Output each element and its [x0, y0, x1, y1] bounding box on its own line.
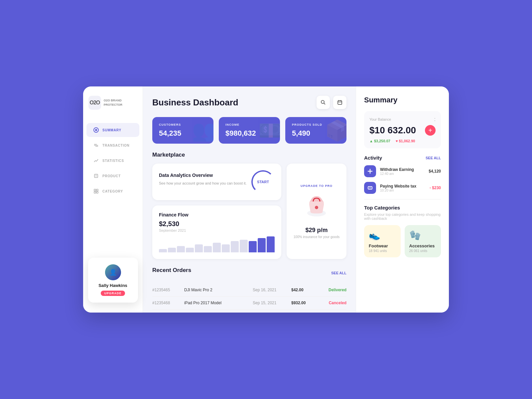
user-card: 👤 Sally Hawkins UPGRADE [88, 258, 138, 303]
logo-area: O2O O2O BRAND PROTECTOR [83, 96, 143, 110]
activity-icon-2 [364, 182, 376, 194]
marketplace-grid: Data Analytics Overview See how your acc… [152, 164, 346, 259]
footwear-units: 18 941 units [369, 249, 396, 253]
sidebar-item-category[interactable]: CATEGORY [86, 184, 139, 198]
bar-chart [159, 236, 275, 252]
accessories-icon: 🧤 [409, 230, 437, 241]
sidebar-item-summary[interactable]: SUMMARY [86, 123, 139, 137]
activity-time-2: 10:20 am [380, 189, 426, 192]
svg-rect-11 [96, 192, 98, 193]
activity-name-2: Paying Website tax [380, 184, 426, 189]
start-label: START [257, 180, 269, 184]
activity-header: Activity SEE ALL [364, 155, 441, 161]
finance-title: Finance Flow [159, 212, 275, 217]
activity-item-2: Paying Website tax 10:20 am - $230 [364, 182, 441, 194]
balance-amount: $10 632.00 + [369, 125, 436, 136]
user-avatar-img: 👤 [105, 264, 121, 280]
table-row: #1235465 DJI Mavic Pro 2 Sep 16, 2021 $4… [152, 284, 346, 297]
analytics-card: Data Analytics Overview See how your acc… [152, 164, 281, 200]
upgrade-badge[interactable]: UPGRADE [101, 291, 125, 296]
analytics-text: Data Analytics Overview See how your acc… [159, 173, 251, 192]
divider [364, 199, 441, 200]
transaction-icon [93, 142, 99, 148]
main-header: Business Dashboard [152, 96, 346, 109]
svg-point-1 [95, 129, 97, 131]
svg-rect-8 [94, 189, 96, 191]
accessories-name: Accessories [409, 243, 437, 248]
svg-rect-5 [94, 174, 98, 178]
sidebar-item-label-statistics: STATISTICS [102, 159, 124, 163]
search-button[interactable] [317, 96, 330, 109]
dashboard: O2O O2O BRAND PROTECTOR SUMMARY TRANSACT… [83, 86, 449, 313]
order-amount-1: $42.00 [291, 288, 315, 292]
sidebar-item-label-transaction: TRANSACTION [102, 144, 130, 147]
balance-change-up: ▲ $3,250.07 [369, 139, 390, 143]
table-row: #1235468 iPad Pro 2017 Model Sep 15, 202… [152, 297, 346, 310]
footwear-name: Footwear [369, 243, 396, 248]
orders-title: Recent Orders [152, 267, 191, 274]
analytics-title: Data Analytics Overview [159, 173, 251, 178]
category-card-footwear: 👟 Footwear 18 941 units [364, 225, 401, 257]
order-id-1: #1235465 [152, 288, 179, 292]
order-date-2: Sep 15, 2021 [253, 301, 286, 305]
start-circle[interactable]: START [251, 170, 275, 194]
summary-icon [93, 127, 99, 133]
activity-see-all[interactable]: SEE ALL [426, 156, 441, 160]
activity-amount-1: $4,120 [429, 169, 441, 174]
sidebar-item-transaction[interactable]: TRANSACTION [86, 138, 139, 152]
svg-rect-9 [96, 189, 98, 191]
svg-rect-10 [94, 192, 96, 193]
orders-header: Recent Orders SEE ALL [152, 267, 346, 279]
summary-title: Summary [364, 96, 441, 104]
products-bg-icon: 📦 [325, 119, 346, 142]
sidebar-item-product[interactable]: PRODUCT [86, 169, 139, 183]
stat-card-income: INCOME $980,632 💵 [219, 117, 280, 144]
balance-plus-button[interactable]: + [425, 125, 436, 136]
activity-name-1: Withdraw Earning [380, 167, 425, 172]
order-amount-2: $932.00 [291, 301, 315, 305]
balance-changes: ▲ $3,250.07 ♥ $1,062.90 [369, 139, 436, 143]
customers-bg-icon: 👥 [192, 119, 213, 142]
nav-menu: SUMMARY TRANSACTION STATISTICS PRODUCT [83, 123, 143, 198]
activity-info-2: Paying Website tax 10:20 am [380, 184, 426, 192]
categories-desc: Explore your top categories and keep sho… [364, 212, 441, 220]
marketplace-title: Marketplace [152, 152, 346, 158]
sidebar: O2O O2O BRAND PROTECTOR SUMMARY TRANSACT… [83, 86, 143, 313]
finance-date: September 2021 [159, 228, 275, 232]
finance-amount: $2,530 [159, 220, 275, 228]
stat-card-products: PRODUCTS SOLD 5,490 📦 [285, 117, 346, 144]
activity-amount-2: - $230 [430, 186, 441, 190]
product-icon [93, 173, 99, 179]
activity-time-1: 12:40 am [380, 172, 425, 176]
svg-rect-14 [338, 101, 342, 104]
order-name-2: iPad Pro 2017 Model [184, 301, 247, 305]
accessories-units: 26 061 units [409, 249, 437, 253]
order-id-2: #1235468 [152, 301, 179, 305]
categories-grid: 👟 Footwear 18 941 units 🧤 Accessories 26… [364, 225, 441, 257]
sidebar-item-statistics[interactable]: STATISTICS [86, 154, 139, 168]
footwear-icon: 👟 [369, 230, 396, 241]
activity-icon-1 [364, 165, 376, 177]
income-bg-icon: 💵 [258, 119, 280, 142]
activity-item-1: Withdraw Earning 12:40 am $4,120 [364, 165, 441, 177]
upgrade-price: $29 p/m [305, 227, 328, 234]
upgrade-desc: 100% insurance for your goods [294, 235, 339, 239]
balance-value: $10 632.00 [369, 125, 416, 136]
categories-title: Top Categories [364, 205, 441, 210]
order-name-1: DJI Mavic Pro 2 [184, 288, 247, 292]
calendar-button[interactable] [333, 96, 346, 109]
svg-point-12 [321, 100, 324, 103]
upgrade-label: UPGRADE TO PRO [301, 184, 332, 188]
statistics-icon [93, 158, 99, 164]
main-content: Business Dashboard [143, 86, 356, 313]
analytics-card-inner: Data Analytics Overview See how your acc… [159, 170, 275, 194]
orders-see-all[interactable]: SEE ALL [331, 271, 346, 275]
category-icon [93, 188, 99, 194]
activity-title: Activity [364, 155, 382, 161]
market-left: Data Analytics Overview See how your acc… [152, 164, 281, 259]
right-panel: Summary Your Balance : $10 632.00 + ▲ $3… [356, 86, 449, 313]
balance-section: Your Balance : $10 632.00 + ▲ $3,250.07 … [364, 111, 441, 148]
logo-icon: O2O [88, 96, 101, 110]
finance-card: Finance Flow $2,530 September 2021 [152, 205, 281, 259]
sidebar-item-label-category: CATEGORY [102, 190, 123, 193]
